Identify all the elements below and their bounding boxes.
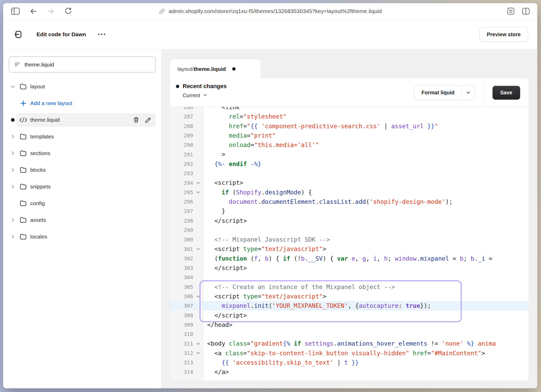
code-line-311[interactable]: 311<body class="gradient{% if settings.a…: [170, 339, 528, 348]
rename-file-icon[interactable]: [144, 117, 151, 124]
fold-toggle-icon[interactable]: [193, 294, 203, 299]
chevron-right-icon[interactable]: [9, 217, 16, 223]
code-line-287[interactable]: 287 rel="stylesheet": [170, 112, 528, 121]
fold-toggle-icon[interactable]: [193, 190, 203, 194]
format-liquid-button[interactable]: Format liquid: [414, 85, 462, 100]
chevron-right-icon[interactable]: [9, 167, 16, 173]
code-line-306[interactable]: 306 <script type="text/javascript">: [170, 292, 528, 301]
code-line-291[interactable]: 291 >: [170, 150, 528, 159]
split-view-icon[interactable]: [522, 7, 530, 15]
version-dropdown[interactable]: Current: [183, 93, 414, 99]
code-line-300[interactable]: 300 <!-- Mixpanel Javascript SDK -->: [170, 235, 528, 244]
sidebar-item-assets[interactable]: assets: [3, 213, 161, 227]
sidebar-item-config[interactable]: config: [3, 197, 161, 210]
code-line-286[interactable]: 286 <link: [170, 107, 528, 112]
fold-toggle-icon[interactable]: [193, 351, 203, 355]
code-line-288[interactable]: 288 href="{{ 'component-predictive-searc…: [170, 121, 528, 131]
line-gutter: 307: [170, 301, 203, 310]
search-input[interactable]: [24, 62, 151, 68]
code-text: <a class="skip-to-content-link button vi…: [203, 348, 485, 358]
line-number: 291: [170, 151, 193, 158]
exit-editor-icon[interactable]: [14, 30, 23, 39]
code-line-303[interactable]: 303 </script>: [170, 263, 528, 273]
page-settings-icon[interactable]: [507, 7, 515, 15]
url-text: admin.shopify.com/store/rzq1xu-f5/themes…: [169, 8, 382, 14]
code-line-293[interactable]: 293: [170, 169, 528, 178]
app-header: Edit code for Dawn ••• Preview store: [3, 20, 537, 50]
code-line-294[interactable]: 294 <script>: [170, 178, 528, 187]
code-line-307[interactable]: 307 mixpanel.init('YOUR_MIXPANEL_TOKEN',…: [170, 301, 528, 310]
code-line-292[interactable]: 292 {%- endif -%}: [170, 159, 528, 169]
sidebar-item-label: config: [30, 200, 45, 206]
code-line-313[interactable]: 313 {{ 'accessibility.skip_to_text' | t …: [170, 358, 528, 367]
sidebar-item-layout[interactable]: layout: [3, 80, 161, 93]
code-editor[interactable]: 286 <link287 rel="stylesheet"288 href="{…: [170, 107, 528, 381]
add-new-layout-button[interactable]: Add a new layout: [3, 96, 161, 110]
code-line-295[interactable]: 295 if (Shopify.designMode) {: [170, 188, 528, 197]
save-button[interactable]: Save: [493, 86, 520, 100]
code-line-297[interactable]: 297 }: [170, 206, 528, 216]
line-number: 292: [170, 161, 193, 167]
selected-file-pill[interactable]: theme.liquid: [16, 113, 156, 127]
sidebar-item-sections[interactable]: sections: [3, 146, 161, 160]
code-line-290[interactable]: 290 onload="this.media='all'": [170, 140, 528, 150]
tab-bar: layout/theme.liquid: [170, 50, 537, 78]
code-lines: 286 <link287 rel="stylesheet"288 href="{…: [170, 107, 528, 377]
code-line-298[interactable]: 298 </script>: [170, 216, 528, 225]
code-line-312[interactable]: 312 <a class="skip-to-content-link butto…: [170, 348, 528, 358]
code-line-289[interactable]: 289 media="print": [170, 131, 528, 140]
fold-toggle-icon[interactable]: [193, 181, 203, 185]
tab-file-name: theme.liquid: [194, 66, 226, 72]
address-bar[interactable]: admin.shopify.com/store/rzq1xu-f5/themes…: [159, 3, 382, 19]
line-number: 301: [170, 246, 193, 252]
format-options-caret[interactable]: [462, 85, 475, 100]
preview-store-button[interactable]: Preview store: [479, 27, 528, 42]
delete-file-icon[interactable]: [133, 117, 140, 124]
forward-icon[interactable]: [47, 7, 55, 15]
line-gutter: 289: [170, 131, 203, 140]
line-number: 313: [170, 359, 193, 366]
fold-toggle-icon[interactable]: [193, 247, 203, 251]
code-line-305[interactable]: 305 <!-- Create an instance of the Mixpa…: [170, 282, 528, 292]
code-line-308[interactable]: 308 </script>: [170, 311, 528, 320]
line-number: 305: [170, 284, 193, 290]
line-gutter: 314: [170, 367, 203, 377]
sidebar-toggle-icon[interactable]: [11, 7, 20, 15]
plus-icon: [19, 100, 27, 107]
sidebar-item-theme-liquid[interactable]: theme.liquid: [3, 113, 161, 127]
sidebar-item-snippets[interactable]: snippets: [3, 180, 161, 193]
sidebar-item-templates[interactable]: templates: [3, 130, 161, 143]
file-search[interactable]: [9, 57, 156, 72]
chevron-right-icon[interactable]: [9, 134, 16, 139]
code-line-301[interactable]: 301 <script type="text/javascript">: [170, 244, 528, 254]
code-text: {%- endif -%}: [203, 159, 261, 169]
code-line-296[interactable]: 296 document.documentElement.classList.a…: [170, 197, 528, 206]
chevron-right-icon[interactable]: [9, 184, 16, 189]
chevron-right-icon[interactable]: [9, 150, 16, 156]
tab-theme-liquid[interactable]: layout/theme.liquid: [170, 59, 261, 78]
recent-changes-label: Recent changes: [183, 83, 227, 90]
more-actions-menu[interactable]: •••: [98, 32, 106, 37]
code-line-302[interactable]: 302 (function (f, b) { if (!b.__SV) { va…: [170, 254, 528, 263]
code-line-304[interactable]: 304: [170, 273, 528, 282]
chevron-down-icon[interactable]: [9, 84, 16, 89]
desktop: { "browser": { "url": "admin.shopify.com…: [0, 0, 541, 392]
code-line-309[interactable]: 309</head>: [170, 320, 528, 329]
line-gutter: 304: [170, 273, 203, 282]
line-gutter: 310: [170, 329, 203, 339]
line-number: 294: [170, 180, 193, 186]
code-text: [203, 273, 207, 282]
code-line-299[interactable]: 299: [170, 225, 528, 235]
code-text: <script type="text/javascript">: [203, 292, 326, 301]
fold-toggle-icon[interactable]: [193, 341, 203, 346]
code-text: document.documentElement.classList.add('…: [203, 197, 453, 206]
line-gutter: 298: [170, 216, 203, 225]
chevron-right-icon[interactable]: [9, 234, 16, 240]
reload-icon[interactable]: [64, 7, 72, 15]
back-icon[interactable]: [29, 7, 37, 15]
sidebar-item-blocks[interactable]: blocks: [3, 163, 161, 177]
sidebar-item-locales[interactable]: locales: [3, 230, 161, 243]
code-line-310[interactable]: 310: [170, 329, 528, 339]
code-line-314[interactable]: 314 </a>: [170, 367, 528, 377]
unsaved-dot: [11, 118, 15, 122]
